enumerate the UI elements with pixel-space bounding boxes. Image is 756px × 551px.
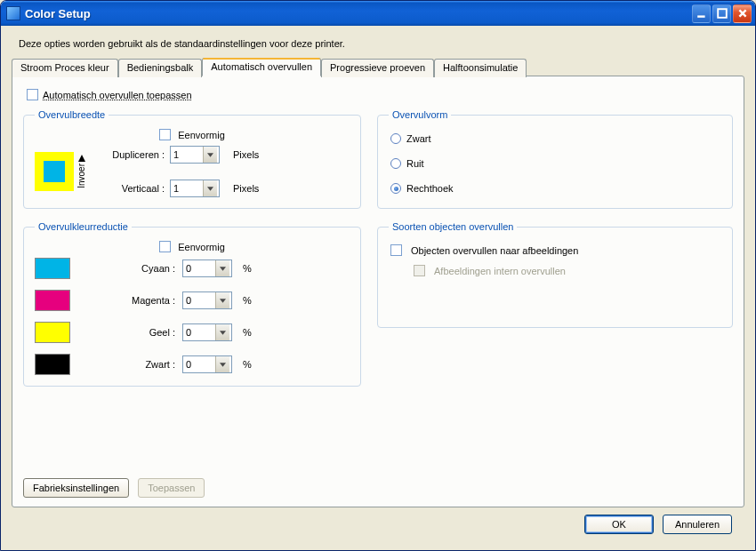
images-internal-label: Afbeeldingen intern overvullen [434,266,566,276]
yellow-unit: % [243,327,261,338]
magenta-unit: % [243,295,261,306]
yellow-input[interactable] [183,324,215,340]
legend-reductie: Overvulkleurreductie [35,221,132,232]
cyan-unit: % [243,263,261,274]
invoer-label: Invoer [76,164,86,188]
radio-rechthoek-label: Rechthoek [406,183,454,194]
label-yellow: Geel : [95,327,175,338]
radio-rechthoek[interactable] [390,183,401,194]
minimize-button[interactable] [692,4,711,23]
group-overvulkleurreductie: Overvulkleurreductie Eenvormig Cyaan : [23,221,361,387]
reduct-uniform-checkbox[interactable] [159,241,171,252]
factory-defaults-button[interactable]: Fabrieksinstellingen [23,478,129,498]
intro-text: Deze opties worden gebruikt als de stand… [19,38,741,49]
tab-progressieve-proeven[interactable]: Progressieve proeven [321,59,434,77]
verticaal-spinner[interactable] [170,180,220,197]
swatch-black [35,354,70,375]
label-cyan: Cyaan : [95,263,175,274]
tab-halftoonsimulatie[interactable]: Halftoonsimulatie [434,59,527,77]
reduct-uniform-label: Eenvormig [178,242,225,252]
svg-rect-1 [718,9,727,18]
tab-strip: Stroom Proces kleur Bedieningsbalk Autom… [12,58,744,76]
group-overvulvorm: Overvulvorm Zwart Ruit Rechthoek [377,109,733,209]
chevron-down-icon[interactable] [215,324,229,340]
apply-trapping-checkbox[interactable] [27,89,38,100]
width-uniform-label: Eenvormig [178,130,225,140]
swatch-magenta [35,290,70,311]
ok-button[interactable]: OK [584,515,654,534]
radio-zwart-label: Zwart [406,133,431,144]
cyan-input[interactable] [183,260,215,276]
vert-unit: Pixels [233,183,282,194]
chevron-down-icon[interactable] [215,292,229,308]
app-icon [6,6,20,20]
legend-objecten: Soorten objecten overvullen [389,221,517,232]
apply-trapping-label: Automatisch overvullen toepassen [43,90,192,100]
dupliceren-input[interactable] [171,147,203,163]
tab-automatisch-overvullen[interactable]: Automatisch overvullen [202,58,321,76]
maximize-button[interactable] [712,4,731,23]
images-internal-checkbox [414,265,425,276]
close-button[interactable] [733,4,752,23]
titlebar: Color Setup [1,1,755,26]
radio-ruit[interactable] [390,158,401,169]
black-spinner[interactable] [182,355,232,373]
chevron-down-icon[interactable] [215,260,229,276]
arrow-up-icon [78,155,85,162]
verticaal-label: Verticaal : [93,183,165,194]
legend-overvulbreedte: Overvulbreedte [35,109,109,120]
dupliceren-spinner[interactable] [170,146,220,164]
chevron-down-icon[interactable] [203,147,217,163]
black-unit: % [243,359,261,370]
dialog-footer: OK Annuleren [12,507,744,543]
radio-zwart[interactable] [390,133,401,144]
legend-vorm: Overvulvorm [389,109,451,120]
trap-preview-swatch [35,152,74,191]
objects-to-images-label: Objecten overvullen naar afbeeldingen [411,245,578,256]
content-area: Deze opties worden gebruikt als de stand… [1,26,755,550]
magenta-spinner[interactable] [182,291,232,309]
width-uniform-checkbox[interactable] [159,129,171,140]
yellow-spinner[interactable] [182,323,232,341]
tab-proces-kleur[interactable]: Stroom Proces kleur [12,59,118,77]
cancel-button[interactable]: Annuleren [663,515,732,534]
radio-ruit-label: Ruit [406,158,424,169]
dupliceren-label: Dupliceren : [93,149,165,160]
cyan-spinner[interactable] [182,260,232,277]
swatch-yellow [35,322,70,343]
swatch-cyan [35,258,70,279]
window: Color Setup Deze opties worden gebruikt … [0,0,756,551]
tab-pane: Automatisch overvullen toepassen Overvul… [12,76,744,507]
svg-rect-0 [697,15,704,17]
apply-button: Toepassen [138,478,205,498]
black-input[interactable] [183,356,215,372]
chevron-down-icon[interactable] [203,180,217,196]
dup-unit: Pixels [233,149,282,160]
magenta-input[interactable] [183,292,215,308]
chevron-down-icon[interactable] [215,356,229,372]
objects-to-images-checkbox[interactable] [390,244,402,256]
group-overvulbreedte: Overvulbreedte Eenvormig Invoer [23,109,361,209]
tab-bedieningsbalk[interactable]: Bedieningsbalk [118,59,203,77]
group-soorten-objecten: Soorten objecten overvullen Objecten ove… [377,221,733,328]
verticaal-input[interactable] [171,180,203,196]
window-title: Color Setup [25,7,692,20]
label-magenta: Magenta : [95,295,175,306]
label-black: Zwart : [95,359,175,370]
